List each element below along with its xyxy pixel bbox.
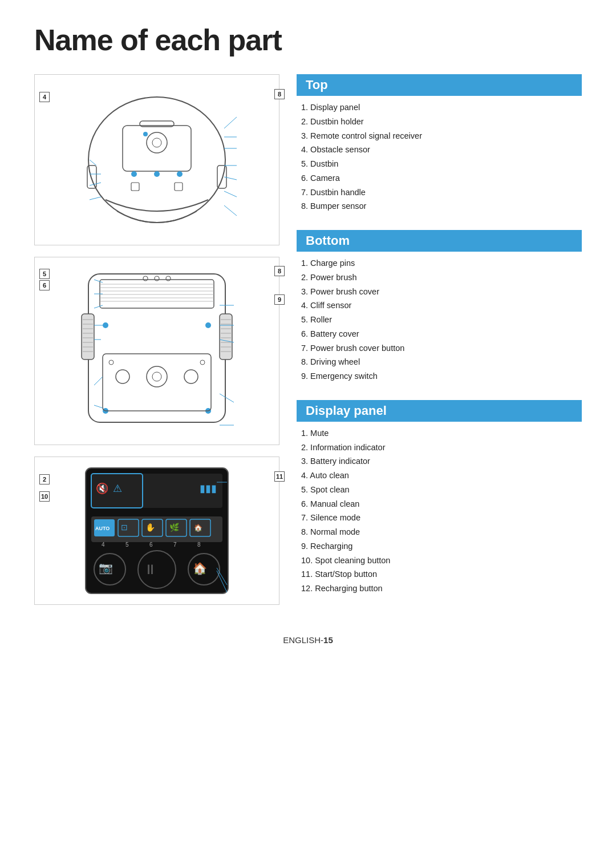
top-label-8: 8 [274,89,285,99]
display-section-header: Display panel [297,400,582,422]
display-item-8: 8. Normal mode [301,526,582,539]
display-item-6: 6. Manual clean [301,498,582,511]
top-item-2: 2. Dustbin holder [301,116,582,128]
svg-point-6 [177,171,183,177]
page-footer: ENGLISH-15 [34,635,582,645]
display-svg: 🔇 ⚠ ▮▮▮ AUTO ⊡ ✋ [74,462,240,599]
display-item-4: 4. Auto clean [301,470,582,482]
display-item-1: 1. Mute [301,427,582,440]
top-item-3: 3. Remote control signal receiver [301,130,582,143]
dp-label-10: 10 [39,491,50,502]
svg-point-63 [166,276,171,281]
svg-text:4: 4 [102,542,105,548]
svg-text:⊡: ⊡ [121,523,128,532]
bot-label-9: 9 [274,294,285,305]
top-item-7: 7. Dustbin handle [301,187,582,199]
svg-rect-12 [175,183,183,191]
svg-point-62 [155,276,159,281]
svg-line-19 [224,205,237,216]
bottom-item-6: 6. Battery cover [301,328,582,341]
svg-text:🏠: 🏠 [194,523,202,532]
svg-text:⚠: ⚠ [113,483,122,494]
svg-line-18 [224,191,237,197]
svg-point-57 [116,370,129,383]
svg-text:▮▮▮: ▮▮▮ [200,483,217,494]
svg-line-23 [90,197,101,200]
svg-point-55 [109,360,114,365]
svg-point-61 [143,276,148,281]
display-item-5: 5. Spot clean [301,484,582,496]
svg-rect-33 [220,314,232,360]
bottom-section: Bottom 1. Charge pins 2. Power brush 3. … [297,230,582,389]
svg-point-0 [88,97,225,223]
top-item-4: 4. Obstacle sensor [301,144,582,156]
bottom-robot-svg [71,263,242,439]
display-item-2: 2. Information indicator [301,442,582,454]
svg-text:✋: ✋ [145,523,156,532]
svg-point-2 [147,132,167,153]
svg-point-5 [154,171,160,177]
bottom-item-7: 7. Power brush cover button [301,342,582,355]
svg-text:8: 8 [197,542,201,548]
svg-point-51 [205,322,211,328]
svg-line-22 [90,183,101,185]
footer-text: ENGLISH- [283,635,323,645]
top-view-diagram: 1 2 3 4 [34,74,279,245]
svg-text:AUTO: AUTO [95,526,110,531]
page-title: Name of each part [34,23,582,57]
display-section-list: 1. Mute 2. Information indicator 3. Batt… [297,427,582,595]
svg-line-74 [220,394,234,402]
svg-line-69 [94,377,103,385]
svg-text:5: 5 [125,542,129,548]
svg-rect-11 [131,183,139,191]
bottom-item-4: 4. Cliff sensor [301,300,582,312]
svg-rect-25 [100,280,214,308]
display-item-3: 3. Battery indicator [301,455,582,468]
svg-point-3 [152,138,161,147]
display-item-12: 12. Recharging button [301,583,582,595]
svg-text:🏠: 🏠 [193,562,207,575]
bottom-item-3: 3. Power brush cover [301,286,582,298]
bottom-item-2: 2. Power brush [301,272,582,284]
top-section: Top 1. Display panel 2. Dustbin holder 3… [297,74,582,219]
display-item-9: 9. Recharging [301,540,582,553]
svg-text:🌿: 🌿 [169,523,180,532]
display-item-7: 7. Silence mode [301,512,582,524]
top-robot-svg [71,86,242,234]
footer-number: 15 [323,635,333,645]
left-column: 1 2 3 4 [34,74,279,612]
svg-point-56 [200,360,205,365]
top-label-4: 4 [39,92,50,102]
svg-text:📷: 📷 [99,561,113,575]
svg-point-58 [184,370,198,383]
display-item-10: 10. Spot cleaning button [301,555,582,567]
svg-point-59 [147,366,167,387]
top-item-1: 1. Display panel [301,102,582,114]
display-panel-diagram: 1 2 10 🔇 ⚠ ▮▮▮ [34,457,279,605]
bot-label-6: 6 [39,280,50,290]
svg-rect-32 [82,314,94,360]
top-item-5: 5. Dustbin [301,158,582,171]
svg-point-4 [131,171,137,177]
bot-label-8: 8 [274,266,285,276]
svg-line-70 [94,405,103,408]
bottom-item-1: 1. Charge pins [301,257,582,270]
svg-line-20 [90,160,96,165]
svg-text:6: 6 [149,542,153,548]
dp-label-11: 11 [274,471,285,482]
bottom-section-list: 1. Charge pins 2. Power brush 3. Power b… [297,257,582,383]
top-item-8: 8. Bumper sensor [301,200,582,213]
svg-point-60 [152,372,161,381]
main-layout: 1 2 3 4 [34,74,582,612]
bot-label-5b: 5 [39,269,50,279]
svg-point-7 [143,132,148,136]
top-item-6: 6. Camera [301,172,582,185]
svg-line-13 [224,117,237,128]
svg-rect-24 [88,274,225,422]
svg-text:🔇: 🔇 [96,482,109,495]
top-section-list: 1. Display panel 2. Dustbin holder 3. Re… [297,102,582,213]
display-section: Display panel 1. Mute 2. Information ind… [297,400,582,601]
svg-text:⏸: ⏸ [144,562,157,577]
dp-label-2: 2 [39,474,50,484]
right-column: Top 1. Display panel 2. Dustbin holder 3… [297,74,582,612]
